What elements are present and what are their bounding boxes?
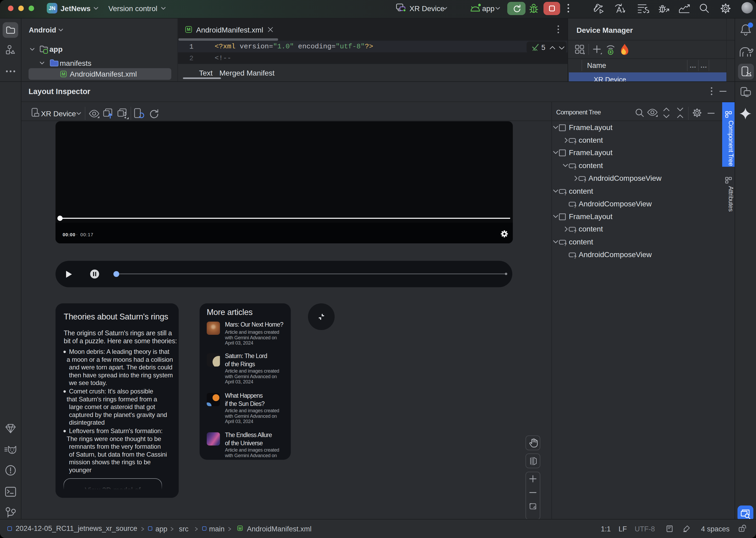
svg-text:?: ? bbox=[584, 178, 586, 184]
svg-text:?: ? bbox=[564, 191, 567, 196]
svg-text:?: ? bbox=[574, 204, 576, 209]
svg-text:?: ? bbox=[574, 255, 576, 260]
svg-text:?: ? bbox=[574, 166, 576, 171]
svg-text:?: ? bbox=[574, 229, 576, 234]
svg-text:?: ? bbox=[564, 242, 567, 247]
svg-text:?: ? bbox=[574, 140, 576, 145]
